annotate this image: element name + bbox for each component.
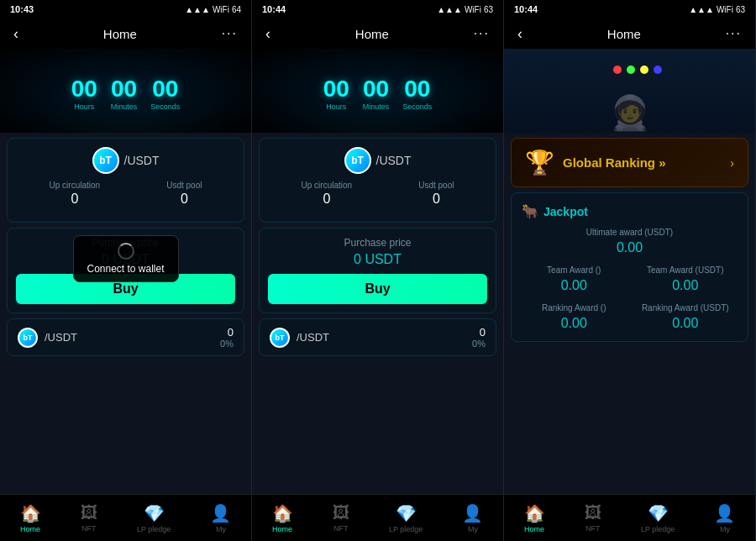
token-name-1: /USDT [124,154,160,167]
home-label-3: Home [524,525,544,533]
hours-label-2: Hours [326,102,346,111]
nav-home-1[interactable]: 🏠 Home [13,500,48,537]
status-bar-1: 10:43 ▲▲▲ WiFi 64 [0,0,251,18]
panel-1: 10:43 ▲▲▲ WiFi 64 ‹ Home ··· 00 Hours 00 [0,0,252,541]
panel-2: 10:44 ▲▲▲ WiFi 63 ‹ Home ··· 00 Hours 00… [252,0,504,541]
minutes-num-2: 00 [363,77,389,101]
seconds-num-1: 00 [152,77,178,101]
more-btn-3[interactable]: ··· [726,26,742,41]
team-award2-label: Team Award (USDT) [633,265,738,275]
my-label-1: My [216,525,226,533]
nav-lp-2[interactable]: 💎 LP pledge [382,500,429,537]
nav-my-2[interactable]: 👤 My [455,500,490,537]
usdt-pool-1: Usdt pool 0 [166,181,202,207]
lp-logo-2: bT [270,328,290,348]
lp-label-2: LP pledge [389,525,423,533]
more-btn-1[interactable]: ··· [222,26,238,41]
jackpot-ranking-row: Ranking Award () 0.00 Ranking Award (USD… [522,303,738,331]
nav-title-3: Home [607,27,641,41]
nav-title-2: Home [355,27,389,41]
lp-icon-2: 💎 [396,503,417,523]
my-icon-3: 👤 [714,503,735,523]
lp-row-2[interactable]: bT /USDT 0 0% [259,318,496,356]
home-label-2: Home [272,525,292,533]
jackpot-header: 🐂 Jackpot [522,203,738,219]
up-circ-label-2: Up circulation [302,181,353,190]
global-ranking-card[interactable]: 🏆 Global Ranking » › [511,138,748,187]
back-btn-2[interactable]: ‹ [265,25,270,43]
nav-lp-3[interactable]: 💎 LP pledge [634,500,681,537]
lp-logo-1: bT [18,328,38,348]
nav-nft-2[interactable]: 🖼 NFT [326,500,356,536]
jackpot-bull-icon: 🐂 [522,203,538,219]
hours-label-1: Hours [74,102,94,111]
minutes-label-1: Minutes [111,102,138,111]
token-header-2: bT /USDT [268,147,487,174]
token-stats-1: Up circulation 0 Usdt pool 0 [16,181,235,207]
trophy-icon: 🏆 [525,149,554,176]
home-icon-3: 🏠 [524,503,545,523]
home-icon-2: 🏠 [272,503,293,523]
connect-overlay-1: Connect to wallet [72,235,178,282]
lp-label-3: LP pledge [641,525,675,533]
lp-name-1: /USDT [45,331,77,344]
time-3: 10:44 [514,4,538,14]
nft-icon-1: 🖼 [81,503,97,523]
home-icon-1: 🏠 [20,503,41,523]
token-stats-2: Up circulation 0 Usdt pool 0 [268,181,487,207]
nav-my-3[interactable]: 👤 My [707,500,742,537]
nav-nft-1[interactable]: 🖼 NFT [74,500,104,536]
nav-my-1[interactable]: 👤 My [203,500,238,537]
token-logo-1: bT [92,147,119,174]
time-2: 10:44 [262,4,286,14]
connect-spinner-1 [118,243,134,260]
token-logo-2: bT [344,147,371,174]
seconds-unit-1: 00 Seconds [150,77,180,111]
team-award2: Team Award (USDT) 0.00 [633,265,738,293]
token-header-1: bT /USDT [16,147,235,174]
purchase-section-2: Purchase price 0 USDT Buy [259,228,496,313]
nav-home-3[interactable]: 🏠 Home [517,500,552,537]
buy-btn-2[interactable]: Buy [268,274,487,304]
lp-row-1[interactable]: bT /USDT 0 0% [7,318,244,356]
minutes-label-2: Minutes [363,102,390,111]
up-circulation-1: Up circulation 0 [50,181,101,207]
dot-red [613,66,622,74]
time-1: 10:43 [10,4,34,14]
hours-num-1: 00 [71,77,97,101]
token-name-2: /USDT [376,154,412,167]
team-award1: Team Award () 0.00 [522,265,627,293]
content-1: 00 Hours 00 Minutes 00 Seconds bT /USDT [0,49,251,494]
up-circ-value-2: 0 [302,192,353,207]
ranking-award1-label: Ranking Award () [522,303,627,313]
ranking-award2-value: 0.00 [633,316,738,331]
nav-lp-1[interactable]: 💎 LP pledge [130,500,177,537]
seconds-label-2: Seconds [402,102,432,111]
bottom-nav-1: 🏠 Home 🖼 NFT 💎 LP pledge 👤 My [0,494,251,541]
more-btn-2[interactable]: ··· [474,26,490,41]
lp-right-1: 0 0% [220,326,234,349]
back-btn-3[interactable]: ‹ [517,25,522,43]
nav-nft-3[interactable]: 🖼 NFT [578,500,608,536]
usdt-pool-label-2: Usdt pool [418,181,454,190]
lp-right-2: 0 0% [472,326,486,349]
status-icons-1: ▲▲▲ WiFi 64 [185,5,241,14]
usdt-pool-label-1: Usdt pool [166,181,202,190]
status-bar-3: 10:44 ▲▲▲ WiFi 63 [504,0,755,18]
usdt-pool-2: Usdt pool 0 [418,181,454,207]
nav-home-2[interactable]: 🏠 Home [265,500,300,537]
hours-unit-1: 00 Hours [71,77,97,111]
nav-title-1: Home [103,27,137,41]
lp-name-2: /USDT [297,331,329,344]
home-label-1: Home [20,525,40,533]
jackpot-team-row: Team Award () 0.00 Team Award (USDT) 0.0… [522,265,738,293]
minutes-unit-1: 00 Minutes [111,77,138,111]
content-2: 00 Hours 00 Minutes 00 Seconds bT /USDT [252,49,503,494]
minutes-unit-2: 00 Minutes [363,77,390,111]
purchase-value-2: 0 USDT [268,252,487,267]
back-btn-1[interactable]: ‹ [13,25,18,43]
jackpot-ultimate-row: Ultimate award (USDT) 0.00 [522,228,738,255]
countdown-2: 00 Hours 00 Minutes 00 Seconds [323,71,433,111]
purchase-section-1: Purchase price 0 USDT Buy Connect to wal… [7,228,244,313]
nft-icon-2: 🖼 [333,503,349,523]
